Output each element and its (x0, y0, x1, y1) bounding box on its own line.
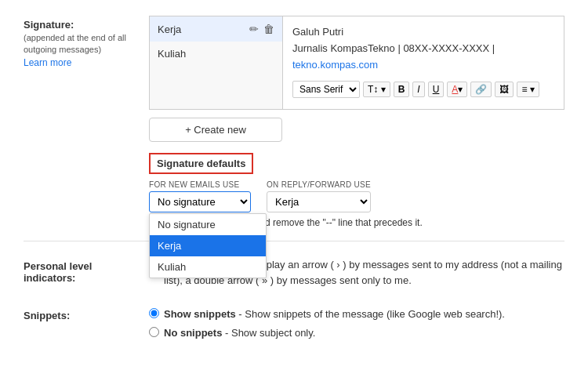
italic-btn[interactable]: I (412, 82, 424, 97)
snippets-radio-group: Show snippets - Show snippets of the mes… (149, 307, 564, 340)
link-btn[interactable]: 🔗 (470, 82, 492, 97)
no-snippets-bold: No snippets (164, 327, 222, 339)
signature-editor: Kerja ✏ 🗑 Kuliah Galuh Putri Jurnalis Ko… (149, 16, 564, 110)
font-size-btn[interactable]: T↕ ▾ (363, 82, 390, 97)
new-emails-select[interactable]: No signature Kerja Kuliah (149, 191, 251, 212)
delete-icon[interactable]: 🗑 (263, 23, 274, 35)
signature-item-kuliah[interactable]: Kuliah (150, 42, 282, 66)
signature-label: Signature: (24, 19, 149, 31)
signature-defaults-title: Signature defaults (157, 158, 245, 169)
sig-actions: ✏ 🗑 (249, 23, 274, 35)
signature-sublabel: (appended at the end of all outgoing mes… (24, 32, 149, 56)
sig-name-kuliah: Kuliah (158, 48, 186, 60)
sig-text: Galuh Putri Jurnalis KompasTekno | 08XX-… (292, 24, 554, 73)
image-btn[interactable]: 🖼 (495, 82, 514, 97)
no-snippets-option[interactable]: No snippets - Show subject only. (149, 325, 564, 341)
show-snippets-bold: Show snippets (164, 308, 236, 320)
defaults-selectors: FOR NEW EMAILS USE No signature Kerja Ku… (149, 180, 564, 212)
reply-forward-select[interactable]: Kerja Kuliah No signature (267, 191, 371, 212)
show-snippets-radio[interactable] (149, 308, 159, 318)
edit-icon[interactable]: ✏ (249, 23, 259, 35)
sig-name-kerja: Kerja (158, 24, 181, 35)
new-emails-custom-dropdown: No signature Kerja Kuliah (149, 213, 267, 278)
reply-forward-selector-group: ON REPLY/FORWARD USE Kerja Kuliah No sig… (267, 180, 371, 212)
signature-defaults-box: Signature defaults (149, 153, 253, 174)
dd-item-kerja[interactable]: Kerja (150, 235, 266, 256)
sig-line2: Jurnalis KompasTekno | 08XX-XXXX-XXXX | (292, 41, 554, 57)
color-btn[interactable]: A ▾ (447, 82, 467, 97)
personal-level-label: Personal levelindicators: (24, 260, 149, 284)
new-emails-label: FOR NEW EMAILS USE (149, 180, 251, 189)
signature-defaults-section: Signature defaults FOR NEW EMAILS USE No… (149, 153, 564, 228)
underline-btn[interactable]: U (428, 82, 445, 97)
learn-more-link[interactable]: Learn more (24, 57, 71, 68)
no-snippets-text: No snippets - Show subject only. (164, 325, 315, 341)
sig-link[interactable]: tekno.kompas.com (292, 59, 378, 71)
align-btn[interactable]: ≡ ▾ (517, 82, 539, 97)
show-snippets-option[interactable]: Show snippets - Show snippets of the mes… (149, 307, 564, 322)
sig-line1: Galuh Putri (292, 24, 554, 41)
reply-forward-label: ON REPLY/FORWARD USE (267, 180, 371, 189)
bold-btn[interactable]: B (394, 82, 410, 97)
dd-item-kuliah[interactable]: Kuliah (150, 256, 266, 278)
show-snippets-text: Show snippets - Show snippets of the mes… (164, 307, 505, 322)
show-snippets-desc: - Show snippets of the message (like Goo… (238, 308, 505, 320)
signature-list: Kerja ✏ 🗑 Kuliah (150, 16, 283, 109)
create-new-button[interactable]: + Create new (149, 118, 282, 142)
font-select[interactable]: Sans Serif (292, 81, 360, 98)
snippets-label: Snippets: (24, 310, 149, 321)
signature-toolbar: Sans Serif T↕ ▾ B I U A ▾ 🔗 🖼 ≡ ▾ (292, 81, 554, 98)
new-emails-dropdown-container: No signature Kerja Kuliah No signature K… (149, 191, 251, 212)
new-emails-selector-group: FOR NEW EMAILS USE No signature Kerja Ku… (149, 180, 251, 212)
signature-editor-area[interactable]: Galuh Putri Jurnalis KompasTekno | 08XX-… (283, 16, 564, 109)
no-snippets-radio[interactable] (149, 327, 159, 337)
no-snippets-desc: - Show subject only. (225, 327, 315, 339)
signature-item-kerja[interactable]: Kerja ✏ 🗑 (150, 16, 282, 42)
dd-item-no-signature[interactable]: No signature (150, 214, 266, 235)
